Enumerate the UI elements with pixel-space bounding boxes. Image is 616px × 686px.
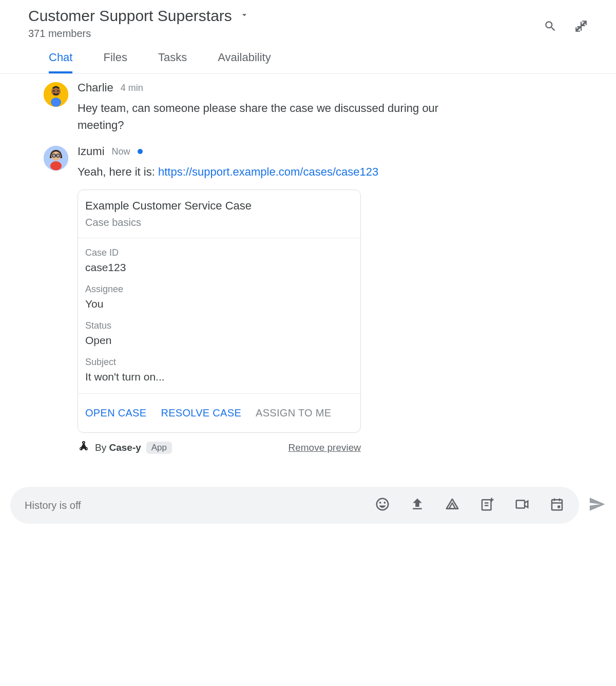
upload-icon[interactable] [410,497,425,514]
message-link[interactable]: https://support.example.com/cases/case12… [158,165,378,178]
room-title[interactable]: Customer Support Superstars [28,7,232,25]
svg-rect-23 [557,506,560,508]
message-author: Izumi [78,145,105,158]
chat-header: Customer Support Superstars 371 members [0,0,616,40]
tab-files[interactable]: Files [103,51,127,73]
message-list: Charlie 4 min Hey team, can someone plea… [0,74,616,477]
svg-rect-18 [516,501,525,508]
tabs: Chat Files Tasks Availability [0,40,616,74]
webhook-icon [78,440,90,455]
member-count: 371 members [28,28,544,40]
field-value: You [85,298,353,310]
tab-availability[interactable]: Availability [218,51,271,73]
tab-chat[interactable]: Chat [49,51,72,73]
message-time: Now [112,146,130,157]
app-badge: App [146,442,172,454]
message: Charlie 4 min Hey team, can someone plea… [44,81,595,134]
calendar-icon[interactable] [549,497,565,514]
collapse-icon[interactable] [574,20,588,35]
svg-rect-19 [552,500,562,510]
message-text: Hey team, can someone please share the c… [78,100,478,134]
svg-rect-7 [50,161,62,170]
composer-row [0,487,616,534]
field-value: Open [85,334,353,347]
field-value: case123 [85,261,353,274]
field-label: Case ID [85,247,353,258]
resolve-case-button[interactable]: RESOLVE CASE [161,407,241,419]
emoji-icon[interactable] [375,497,390,514]
field-value: It won't turn on... [85,371,353,383]
svg-point-3 [53,90,55,92]
field-label: Subject [85,357,353,368]
message-time: 4 min [121,83,143,93]
new-indicator-icon [138,149,143,154]
open-case-button[interactable]: OPEN CASE [85,407,146,419]
svg-point-12 [57,155,59,156]
composer[interactable] [10,487,579,524]
drive-icon[interactable] [445,497,460,514]
svg-rect-2 [51,98,61,107]
svg-point-4 [57,90,59,92]
avatar[interactable] [44,146,68,170]
avatar[interactable] [44,82,68,107]
message: Izumi Now Yeah, here it is: https://supp… [44,145,595,455]
search-icon[interactable] [544,20,557,35]
card-subtitle: Case basics [85,217,353,228]
video-meet-icon[interactable] [514,497,530,514]
tab-tasks[interactable]: Tasks [158,51,187,73]
message-text: Yeah, here it is: https://support.exampl… [78,163,478,180]
svg-point-11 [53,155,54,156]
message-text-prefix: Yeah, here it is: [78,165,158,178]
link-preview-card: Example Customer Service Case Case basic… [78,189,361,433]
dropdown-icon[interactable] [239,10,249,22]
send-button[interactable] [588,496,606,515]
card-footer: By Case-y App Remove preview [78,440,361,455]
by-app-name: Case-y [109,442,141,453]
message-author: Charlie [78,81,113,94]
message-input[interactable] [25,500,375,511]
by-prefix: By [95,442,109,453]
assign-to-me-button[interactable]: ASSIGN TO ME [256,407,331,419]
create-doc-icon[interactable] [479,497,495,514]
remove-preview-link[interactable]: Remove preview [288,442,361,453]
field-label: Assignee [85,284,353,295]
field-label: Status [85,320,353,331]
card-title: Example Customer Service Case [85,199,353,213]
